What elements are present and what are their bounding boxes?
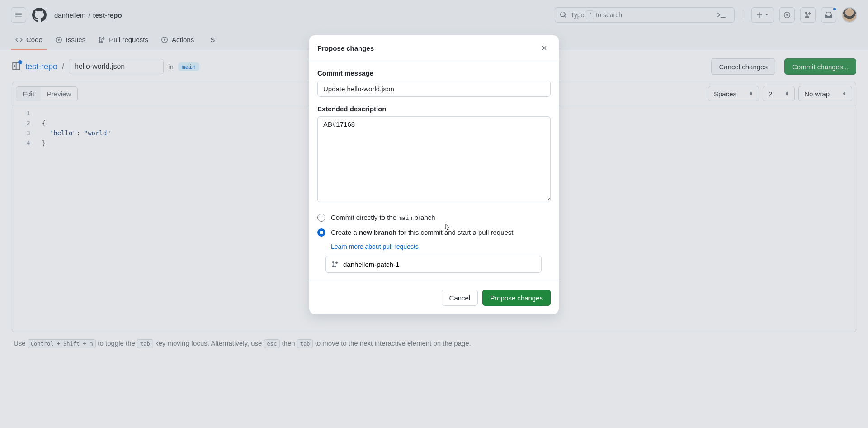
extended-description-label: Extended description: [317, 105, 551, 113]
propose-changes-dialog: Propose changes Commit message Extended …: [309, 35, 559, 314]
close-icon: [541, 44, 548, 52]
branch-name-input-wrap: [326, 256, 542, 273]
dialog-title: Propose changes: [317, 44, 374, 52]
git-branch-icon: [331, 261, 339, 268]
learn-more-link[interactable]: Learn more about pull requests: [331, 243, 419, 250]
propose-changes-button[interactable]: Propose changes: [482, 290, 551, 306]
commit-message-label: Commit message: [317, 69, 551, 77]
dialog-close-button[interactable]: [538, 42, 551, 54]
commit-direct-option[interactable]: Commit directly to the main branch: [317, 213, 551, 223]
extended-description-textarea[interactable]: [317, 116, 551, 202]
commit-message-input[interactable]: [317, 81, 551, 97]
branch-name-input[interactable]: [343, 261, 536, 268]
radio-create-branch[interactable]: [317, 228, 326, 237]
create-branch-option[interactable]: Create a new branch for this commit and …: [317, 228, 551, 238]
radio-commit-direct[interactable]: [317, 214, 326, 222]
modal-backdrop[interactable]: Propose changes Commit message Extended …: [0, 0, 868, 428]
dialog-cancel-button[interactable]: Cancel: [442, 290, 478, 306]
